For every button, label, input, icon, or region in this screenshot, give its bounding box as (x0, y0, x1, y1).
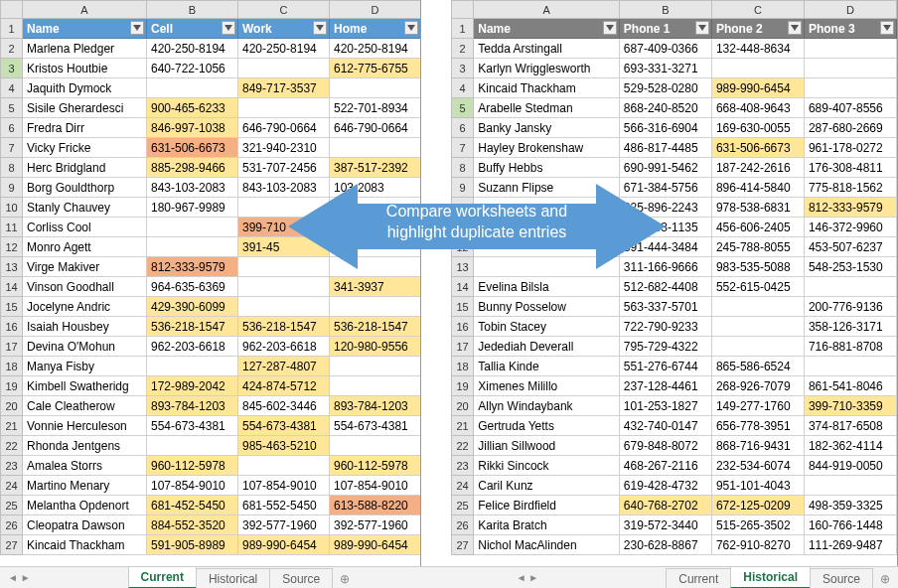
cell[interactable]: 551-276-6744 (619, 357, 711, 376)
cell[interactable]: 245-788-8055 (711, 237, 804, 257)
row-header-25[interactable]: 25 (452, 496, 474, 515)
cell[interactable]: 893-784-1203 (147, 396, 238, 416)
cell[interactable]: Buffy Hebbs (474, 158, 620, 178)
cell[interactable] (804, 39, 896, 59)
row-header-21[interactable]: 21 (1, 416, 23, 436)
cell[interactable]: Kimbell Swatheridg (23, 376, 147, 396)
row-header-27[interactable]: 27 (452, 535, 474, 555)
cell[interactable] (711, 59, 804, 78)
cell[interactable]: Karita Bratch (474, 515, 620, 535)
filter-dropdown-icon[interactable] (130, 21, 144, 35)
cell[interactable]: 420-250-8194 (147, 39, 238, 59)
cell[interactable]: 687-409-0366 (619, 39, 711, 59)
cell[interactable]: Melantha Opdenort (23, 496, 147, 515)
cell[interactable]: 392-577-1960 (330, 515, 421, 535)
cell[interactable]: 420-250-8194 (330, 39, 421, 59)
cell[interactable]: 429-390-6099 (147, 297, 238, 317)
col-header-D[interactable]: D (804, 1, 896, 19)
cell[interactable]: 512-682-4408 (619, 277, 711, 297)
row-header-8[interactable]: 8 (1, 158, 23, 178)
row-header-13[interactable]: 13 (452, 257, 474, 277)
cell[interactable]: 176-308-4811 (804, 158, 896, 178)
cell[interactable]: 989-990-6454 (330, 535, 421, 555)
cell[interactable] (238, 297, 330, 317)
header-home[interactable]: Home (330, 19, 421, 39)
cell[interactable]: Tallia Kinde (474, 357, 620, 376)
cell[interactable]: 640-722-1056 (147, 59, 238, 78)
cell[interactable] (238, 257, 330, 277)
new-sheet-button[interactable]: ⊕ (872, 569, 898, 588)
cell[interactable]: Isaiah Housbey (23, 317, 147, 337)
cell[interactable]: 960-112-5978 (147, 456, 238, 476)
cell[interactable] (147, 237, 238, 257)
filter-dropdown-icon[interactable] (695, 21, 709, 35)
row-header-11[interactable]: 11 (1, 218, 23, 237)
cell[interactable]: Felice Birdfield (474, 496, 620, 515)
header-phone 3[interactable]: Phone 3 (804, 19, 896, 39)
cell[interactable]: Jedediah Deverall (474, 337, 620, 357)
cell[interactable]: Martino Menary (23, 476, 147, 496)
cell[interactable] (330, 218, 421, 237)
cell[interactable]: 522-701-8934 (330, 98, 421, 118)
cell[interactable]: Jaquith Dymock (23, 78, 147, 98)
cell[interactable]: Manya Fisby (23, 357, 147, 376)
row-header-18[interactable]: 18 (1, 357, 23, 376)
tab-historical[interactable]: Historical (196, 568, 270, 588)
cell[interactable] (238, 98, 330, 118)
row-header-25[interactable]: 25 (1, 496, 23, 515)
cell[interactable]: 387-517-2392 (330, 158, 421, 178)
cell[interactable]: 964-635-6369 (147, 277, 238, 297)
cell[interactable]: 536-218-1547 (330, 317, 421, 337)
filter-dropdown-icon[interactable] (313, 21, 327, 35)
cell[interactable]: 107-854-9010 (330, 476, 421, 496)
cell[interactable]: Jocelyne Andric (23, 297, 147, 317)
row-header-22[interactable]: 22 (452, 436, 474, 456)
cell[interactable]: Jillian Sillwood (474, 436, 620, 456)
row-header-4[interactable]: 4 (1, 78, 23, 98)
cell[interactable]: 486-817-4485 (619, 138, 711, 158)
cell[interactable]: 896-414-5840 (711, 178, 804, 198)
row-header-9[interactable]: 9 (1, 178, 23, 198)
cell[interactable]: 989-990-6454 (711, 78, 804, 98)
filter-dropdown-icon[interactable] (404, 21, 418, 35)
cell[interactable] (147, 218, 238, 237)
cell[interactable]: Cleopatra Dawson (23, 515, 147, 535)
row-header-15[interactable]: 15 (452, 297, 474, 317)
cell[interactable]: Monro Agett (23, 237, 147, 257)
cell[interactable]: Corliss Cool (23, 218, 147, 237)
cell[interactable]: Vicky Fricke (23, 138, 147, 158)
cell[interactable]: 646-790-0664 (330, 118, 421, 138)
cell[interactable]: 884-552-3520 (147, 515, 238, 535)
cell[interactable]: 536-218-1547 (238, 317, 330, 337)
cell[interactable]: 893-784-1203 (330, 396, 421, 416)
cell[interactable]: 319-572-3440 (619, 515, 711, 535)
header-phone 2[interactable]: Phone 2 (711, 19, 804, 39)
cell[interactable]: 230-628-8867 (619, 535, 711, 555)
row-header-16[interactable]: 16 (452, 317, 474, 337)
cell[interactable]: Rhonda Jentgens (23, 436, 147, 456)
row-header-9[interactable]: 9 (452, 178, 474, 198)
cell[interactable]: 554-673-4381 (238, 416, 330, 436)
row-header-22[interactable]: 22 (1, 436, 23, 456)
cell[interactable]: 631-506-6673 (147, 138, 238, 158)
cell[interactable]: 775-818-1562 (804, 178, 896, 198)
cell[interactable]: 392-577-1960 (238, 515, 330, 535)
cell[interactable] (147, 78, 238, 98)
cell[interactable]: 107-854-9010 (238, 476, 330, 496)
row-header-20[interactable]: 20 (1, 396, 23, 416)
cell[interactable] (238, 198, 330, 218)
cell[interactable]: 563-337-5701 (619, 297, 711, 317)
row-header-14[interactable]: 14 (1, 277, 23, 297)
cell[interactable]: 103-2083 (330, 178, 421, 198)
cell[interactable]: Herc Bridgland (23, 158, 147, 178)
cell[interactable]: 127-287-4807 (238, 357, 330, 376)
cell[interactable] (711, 297, 804, 317)
row-header-27[interactable]: 27 (1, 535, 23, 555)
cell[interactable]: 668-408-9643 (711, 98, 804, 118)
cell[interactable]: 612-775-6755 (330, 59, 421, 78)
cell[interactable]: 321-940-2310 (238, 138, 330, 158)
row-header-12[interactable]: 12 (452, 237, 474, 257)
cell[interactable]: 172-989-2042 (147, 376, 238, 396)
cell[interactable]: 716-881-8708 (804, 337, 896, 357)
cell[interactable]: Cale Cleatherow (23, 396, 147, 416)
